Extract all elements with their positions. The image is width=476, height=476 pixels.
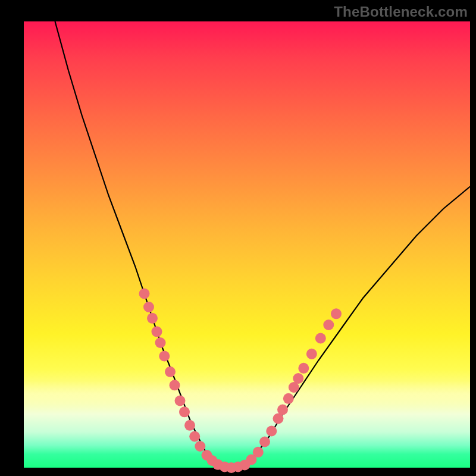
sample-dot	[184, 420, 195, 431]
bottleneck-curve	[55, 21, 471, 468]
sample-dot	[170, 380, 180, 390]
sample-dot	[331, 308, 342, 319]
sample-dot	[195, 441, 205, 452]
sample-dot	[165, 367, 176, 377]
sample-dot	[147, 313, 158, 324]
sample-dot	[189, 431, 200, 442]
sample-dot	[283, 393, 294, 404]
sample-dot	[323, 320, 334, 330]
chart-frame: TheBottleneck.com	[0, 0, 476, 476]
sample-dot	[315, 333, 326, 344]
sample-dot	[306, 349, 317, 359]
sample-dot	[259, 437, 270, 447]
sample-dot	[139, 289, 150, 299]
sample-dot	[159, 351, 170, 362]
sample-dot	[293, 373, 303, 384]
plot-area	[24, 21, 470, 468]
curve-svg	[24, 21, 470, 468]
sample-dot	[175, 396, 186, 406]
sample-dot	[266, 426, 277, 437]
sample-dot	[277, 405, 288, 415]
sample-dot	[253, 447, 264, 458]
sample-dot	[179, 406, 190, 417]
sample-dot	[152, 326, 162, 337]
sample-dot	[143, 302, 154, 312]
sample-dot	[155, 337, 166, 348]
sample-dot	[298, 363, 309, 374]
watermark-text: TheBottleneck.com	[334, 4, 468, 20]
sample-dots-group	[139, 289, 342, 474]
